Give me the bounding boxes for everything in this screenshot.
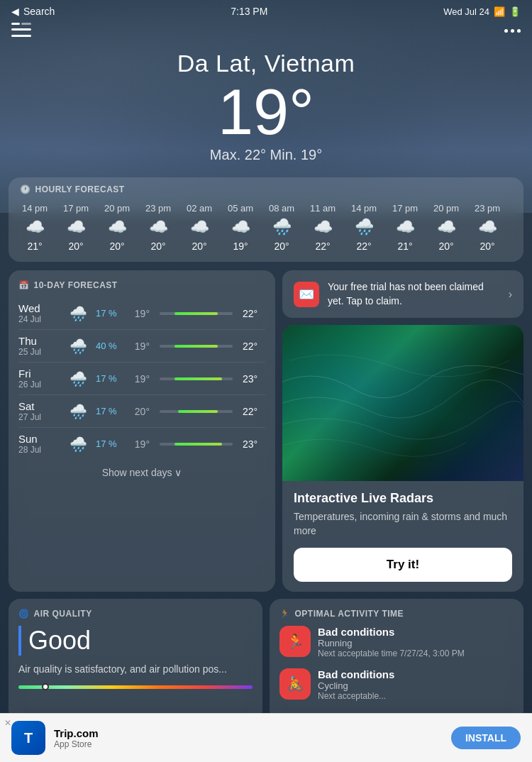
day-col: Wed 24 Jul bbox=[18, 302, 61, 324]
hour-temperature: 20° bbox=[438, 241, 453, 252]
trial-message: Your free trial has not been claimed yet… bbox=[328, 280, 500, 308]
main-grid: 📅 10-DAY FORECAST Wed 24 Jul 🌧️ 17 % 19°… bbox=[0, 270, 532, 592]
hourly-title: 🕐 HOURLY FORECAST bbox=[9, 184, 523, 200]
hour-time: 02 am bbox=[187, 203, 212, 214]
hourly-item: 11 am ☁️ 22° bbox=[302, 200, 343, 255]
temp-bar-fill bbox=[174, 377, 222, 380]
precipitation: 17 % bbox=[96, 308, 121, 319]
hourly-item: 05 am ☁️ 19° bbox=[220, 200, 261, 255]
ad-app-icon: T bbox=[11, 721, 45, 755]
min-temp: 19° bbox=[127, 341, 150, 352]
status-right: Wed Jul 24 📶 🔋 bbox=[443, 6, 521, 17]
air-quality-indicator bbox=[42, 683, 49, 690]
activity-info: Bad conditions Running Next acceptable t… bbox=[318, 626, 514, 658]
activity-type: Running bbox=[318, 638, 514, 648]
day-date: 25 Jul bbox=[18, 347, 61, 357]
hour-weather-icon: ☁️ bbox=[396, 218, 415, 236]
ad-info: Trip.com App Store bbox=[54, 727, 443, 749]
hour-temperature: 20° bbox=[480, 241, 494, 252]
day-date: 27 Jul bbox=[18, 412, 61, 422]
ad-close-button[interactable]: ✕ bbox=[4, 718, 11, 728]
activity-sport-icon: 🏃 bbox=[279, 626, 311, 657]
hourly-item: 14 pm ☁️ 21° bbox=[14, 200, 55, 255]
back-label[interactable]: Search bbox=[23, 6, 55, 17]
hour-time: 17 pm bbox=[392, 203, 418, 214]
max-temp: 22° bbox=[243, 308, 265, 319]
day-name: Fri bbox=[18, 368, 61, 380]
hour-temperature: 19° bbox=[233, 241, 248, 252]
hourly-item: 08 am 🌧️ 20° bbox=[261, 200, 302, 255]
more-options[interactable] bbox=[504, 29, 521, 33]
radar-title: Interactive Live Radars bbox=[294, 491, 512, 506]
max-temp: 22° bbox=[243, 341, 265, 352]
activity-info: Bad conditions Cycling Next acceptable..… bbox=[318, 668, 514, 701]
hour-weather-icon: ☁️ bbox=[26, 218, 45, 236]
day-name: Sat bbox=[18, 400, 61, 412]
radar-map[interactable] bbox=[282, 325, 523, 481]
day-col: Sat 27 Jul bbox=[18, 400, 61, 422]
back-button[interactable]: ◀ bbox=[11, 6, 19, 17]
precipitation: 17 % bbox=[96, 406, 121, 416]
hour-temperature: 20° bbox=[68, 241, 83, 252]
hour-weather-icon: ☁️ bbox=[149, 218, 168, 236]
min-temp: 19° bbox=[127, 308, 150, 319]
show-next-button[interactable]: Show next days ∨ bbox=[18, 460, 265, 478]
city-name: Da Lat, Vietnam bbox=[0, 50, 532, 77]
precipitation: 17 % bbox=[96, 373, 121, 384]
ad-store: App Store bbox=[54, 739, 443, 749]
hour-weather-icon: ☁️ bbox=[478, 218, 497, 236]
air-quality-desc: Air quality is satisfactory, and air pol… bbox=[18, 663, 253, 677]
day-date: 24 Jul bbox=[18, 314, 61, 324]
temp-bar-fill bbox=[174, 345, 218, 348]
forecast-icon: 🌧️ bbox=[70, 436, 87, 453]
hourly-forecast-section: 🕐 HOURLY FORECAST 14 pm ☁️ 21° 17 pm ☁️ … bbox=[9, 177, 523, 262]
forecast-icon: 🌧️ bbox=[70, 338, 87, 355]
day-name: Sun bbox=[18, 433, 61, 445]
calendar-icon: 📅 bbox=[18, 280, 30, 290]
day-col: Sun 28 Jul bbox=[18, 433, 61, 455]
hourly-item: 14 pm 🌧️ 22° bbox=[343, 200, 384, 255]
hour-temperature: 20° bbox=[274, 241, 289, 252]
activity-icon-title: 🏃 bbox=[279, 609, 291, 619]
wind-anim-icon: 🌀 bbox=[18, 609, 30, 619]
radar-bottom: Interactive Live Radars Temperatures, in… bbox=[282, 481, 523, 592]
svg-rect-2 bbox=[11, 35, 31, 37]
try-it-button[interactable]: Try it! bbox=[294, 548, 512, 582]
hour-weather-icon: 🌧️ bbox=[355, 218, 374, 236]
activity-status: Bad conditions bbox=[318, 668, 514, 680]
hour-temperature: 20° bbox=[150, 241, 165, 252]
hourly-item: 20 pm ☁️ 20° bbox=[96, 200, 138, 255]
hour-weather-icon: ☁️ bbox=[314, 218, 333, 236]
svg-rect-1 bbox=[11, 28, 31, 31]
forecast-row: Sat 27 Jul 🌧️ 17 % 20° 22° bbox=[18, 395, 265, 428]
hourly-item: 02 am ☁️ 20° bbox=[179, 200, 220, 255]
temp-bar-fill bbox=[174, 443, 222, 446]
hour-time: 20 pm bbox=[104, 203, 130, 214]
ad-banner: ✕ T Trip.com App Store INSTALL bbox=[0, 713, 532, 762]
day-name: Wed bbox=[18, 302, 61, 314]
temp-bar bbox=[160, 443, 233, 446]
city-header: Da Lat, Vietnam 19° Max. 22° Min. 19° bbox=[0, 44, 532, 177]
hourly-scroll[interactable]: 14 pm ☁️ 21° 17 pm ☁️ 20° 20 pm ☁️ 20° 2… bbox=[9, 200, 523, 255]
ad-app-name: Trip.com bbox=[54, 727, 443, 739]
trial-icon: ✉️ bbox=[294, 282, 319, 307]
activity-next-time: Next acceptable time 7/27/24, 3:00 PM bbox=[318, 648, 514, 658]
temp-bar bbox=[160, 377, 233, 380]
day-col: Thu 25 Jul bbox=[18, 335, 61, 357]
activity-sport-icon: 🚴 bbox=[279, 668, 311, 700]
forecast-icon: 🌧️ bbox=[70, 370, 87, 387]
hourly-item: 17 pm ☁️ 20° bbox=[55, 200, 96, 255]
sidebar-toggle[interactable] bbox=[11, 23, 34, 38]
activity-item: 🚴 Bad conditions Cycling Next acceptable… bbox=[279, 668, 514, 701]
ad-install-button[interactable]: INSTALL bbox=[451, 727, 521, 749]
precipitation: 40 % bbox=[96, 341, 121, 351]
top-bar bbox=[0, 20, 532, 44]
hourly-item: 23 pm ☁️ 20° bbox=[138, 200, 179, 255]
trial-banner[interactable]: ✉️ Your free trial has not been claimed … bbox=[282, 270, 523, 318]
bottom-grid: 🌀 AIR QUALITY Good Air quality is satisf… bbox=[0, 599, 532, 721]
hour-temperature: 21° bbox=[27, 241, 42, 252]
hour-time: 23 pm bbox=[475, 203, 500, 214]
status-date: Wed Jul 24 bbox=[443, 6, 489, 17]
air-quality-card: 🌀 AIR QUALITY Good Air quality is satisf… bbox=[9, 599, 262, 721]
hour-time: 17 pm bbox=[63, 203, 89, 214]
